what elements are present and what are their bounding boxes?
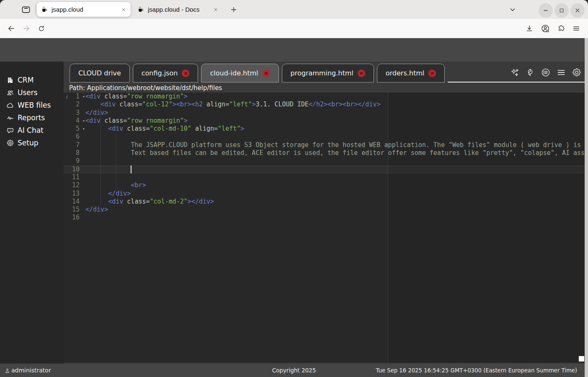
activity-icon [6, 114, 14, 122]
footer-timestamp: Tue Sep 16 2025 16:54:25 GMT+0300 (Easte… [376, 364, 577, 377]
code-line[interactable]: Text based files can be edited, ACE edit… [85, 149, 585, 157]
code-line[interactable]: <br> [85, 181, 585, 189]
screen: jsapp.cloud jsapp.cloud - Docs demo [0, 0, 588, 377]
sidebar-item-web-files[interactable]: WEB files [0, 99, 64, 111]
code-line[interactable] [85, 133, 585, 141]
code-editor[interactable]: 1▾i234▾5▾678910111213141516 <div class="… [64, 93, 585, 363]
code-line[interactable]: <div class="col-12"><br><h2 align="left"… [85, 101, 585, 108]
list-circle-icon[interactable] [541, 67, 551, 77]
editor-scroll-corner[interactable] [579, 356, 584, 362]
extensions-puzzle-icon[interactable] [557, 24, 565, 33]
browser-tab-title: jsapp.cloud [52, 6, 117, 13]
sidebar-item-label: WEB files [18, 101, 51, 109]
chat-icon [6, 127, 14, 134]
sidebar-item-reports[interactable]: Reports [0, 111, 64, 124]
sparkles-icon[interactable] [510, 67, 520, 77]
main-content: CLOUD driveconfig.json×cloud-ide.html×pr… [64, 62, 588, 364]
editor-tab-label: CLOUD drive [78, 69, 121, 77]
sidebar-item-users[interactable]: Users [0, 86, 64, 99]
editor-tab-cloud-drive[interactable]: CLOUD drive [70, 64, 130, 83]
code-line[interactable]: The JSAPP.CLOUD platform uses S3 Object … [85, 141, 585, 149]
maximize-button[interactable] [554, 3, 569, 18]
code-line[interactable]: <div class="col-md-10" align="left"> [85, 125, 585, 133]
code-line[interactable]: <div class="row rnomargin"> [85, 93, 585, 101]
editor-tab-label: config.json [142, 69, 178, 77]
sidebar-item-crm[interactable]: CRM [0, 74, 64, 86]
editor-tabstrip: CLOUD driveconfig.json×cloud-ide.html×pr… [64, 64, 585, 83]
code-line[interactable]: </div> [85, 190, 585, 198]
fold-arrow-icon[interactable]: ▾ [82, 117, 85, 125]
line-number: 16 [64, 214, 85, 222]
app-header: WEB APP Home Help Close EN [0, 38, 588, 62]
code-line[interactable] [85, 173, 585, 181]
line-number: 3 [64, 109, 85, 117]
coffee-cup-icon [137, 6, 144, 13]
line-number: 10 [64, 165, 85, 173]
line-number: 9 [64, 157, 85, 165]
back-icon[interactable] [7, 24, 15, 33]
close-tab-icon[interactable]: × [428, 70, 436, 77]
sidebar-item-label: Setup [18, 139, 38, 147]
close-tab-icon[interactable] [213, 7, 219, 13]
editor-tab-label: orders.html [386, 69, 425, 77]
firefox-view-icon[interactable] [21, 5, 31, 15]
sidebar-item-label: CRM [18, 76, 34, 84]
browser-tab-active[interactable]: jsapp.cloud [37, 2, 131, 17]
menu-icon[interactable] [556, 67, 566, 77]
editor-tab-cloud-ide-html[interactable]: cloud-ide.html× [201, 64, 279, 83]
code-line[interactable]: <div class="col-md-2"></div> [85, 198, 585, 206]
browser-toolbar: demo.jsapp.cloud/#/webdrive [0, 19, 588, 38]
browser-tab-title: jsapp.cloud - Docs [148, 6, 209, 13]
browser-tabbar: jsapp.cloud jsapp.cloud - Docs [0, 0, 588, 19]
new-tab-button[interactable] [228, 4, 240, 15]
browser-menu-icon[interactable] [572, 24, 580, 33]
browser-tab-docs[interactable]: jsapp.cloud - Docs [133, 2, 223, 17]
close-tab-icon[interactable]: × [182, 70, 189, 77]
editor-tab-programming-html[interactable]: programming.html× [282, 64, 374, 83]
coffee-cup-icon [41, 6, 48, 13]
fold-arrow-icon[interactable]: ▾ [82, 93, 85, 101]
line-number: 7 [64, 141, 85, 149]
cloud-icon [6, 101, 14, 109]
editor-tabs: CLOUD driveconfig.json×cloud-ide.html×pr… [70, 64, 448, 83]
settings-icon[interactable] [572, 67, 582, 77]
text-cursor [131, 165, 132, 173]
close-tab-icon[interactable]: × [358, 70, 365, 77]
browser-window: jsapp.cloud jsapp.cloud - Docs demo [0, 0, 588, 377]
sidebar-item-ai-chat[interactable]: AI Chat [0, 124, 64, 137]
account-icon[interactable] [541, 24, 550, 33]
close-tab-icon[interactable]: × [263, 70, 270, 77]
window-close-button[interactable] [570, 3, 585, 18]
rose-icon[interactable] [525, 67, 535, 77]
code-line[interactable] [85, 157, 585, 165]
page-scrollbar[interactable] [585, 38, 588, 377]
fold-arrow-icon[interactable]: ▾ [82, 125, 85, 133]
sidebar-item-setup[interactable]: Setup [0, 137, 64, 149]
line-number: 13 [64, 190, 85, 198]
code-line[interactable] [85, 214, 585, 222]
list-all-tabs-icon[interactable] [508, 5, 517, 14]
tabbar-separator [35, 5, 36, 14]
users-icon [6, 89, 14, 97]
info-annotation-icon: i [66, 93, 67, 101]
line-number: 11 [64, 173, 85, 181]
sidebar-item-label: AI Chat [18, 126, 44, 134]
code-line[interactable]: <div class="row rnomargin"> [85, 117, 585, 125]
reload-icon[interactable] [38, 25, 45, 32]
sidebar-item-label: Reports [18, 114, 45, 122]
editor-toolbar [448, 63, 585, 83]
line-number: 5▾ [64, 125, 85, 133]
code-line[interactable]: </div> [85, 206, 585, 214]
close-tab-icon[interactable] [121, 7, 126, 13]
editor-tab-config-json[interactable]: config.json× [133, 64, 199, 83]
editor-code[interactable]: <div class="row rnomargin"> <div class="… [85, 93, 585, 222]
line-number: 2 [64, 101, 85, 108]
line-number: 6 [64, 133, 85, 141]
code-line[interactable] [85, 165, 585, 173]
downloads-icon[interactable] [525, 24, 534, 33]
line-number: 12 [64, 181, 85, 189]
editor-tab-orders-html[interactable]: orders.html× [377, 64, 445, 83]
code-line[interactable]: </div> [85, 109, 585, 117]
minimize-button[interactable] [539, 3, 553, 18]
status-footer: administrator Copyright 2025 Tue Sep 16 … [0, 364, 588, 377]
